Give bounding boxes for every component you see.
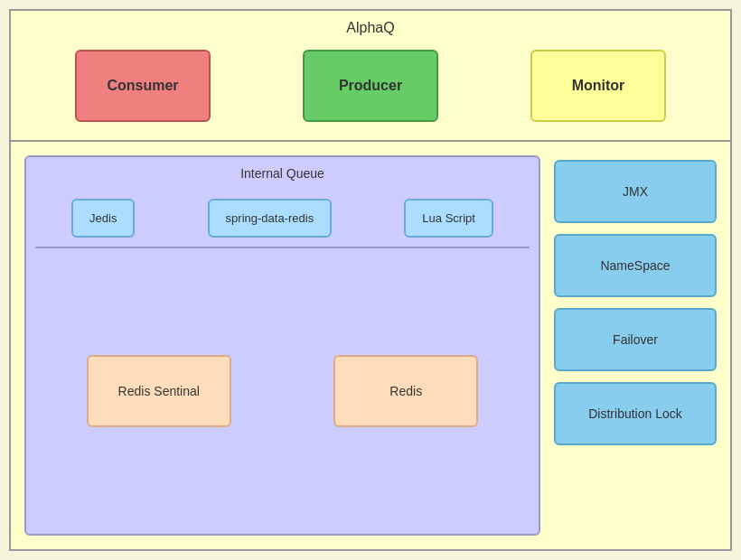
redis-label: Redis <box>389 384 422 398</box>
failover-label: Failover <box>613 332 658 347</box>
top-boxes: Consumer Producer Monitor <box>29 50 712 122</box>
distribution-lock-box[interactable]: Distribution Lock <box>554 382 717 445</box>
monitor-label: Monitor <box>572 78 625 94</box>
lua-script-label: Lua Script <box>422 211 475 225</box>
failover-box[interactable]: Failover <box>554 308 717 371</box>
consumer-box[interactable]: Consumer <box>75 50 211 122</box>
bottom-section: Internal Queue Jedis spring-data-redis L… <box>11 142 730 549</box>
app-title: AlphaQ <box>29 20 712 36</box>
top-section: AlphaQ Consumer Producer Monitor <box>11 11 730 142</box>
jedis-box[interactable]: Jedis <box>71 199 135 238</box>
lua-script-box[interactable]: Lua Script <box>404 199 493 238</box>
namespace-label: NameSpace <box>600 258 670 273</box>
producer-box[interactable]: Producer <box>303 50 438 122</box>
namespace-box[interactable]: NameSpace <box>554 234 717 297</box>
queue-bottom-row: Redis Sentinal Redis <box>35 257 530 525</box>
jedis-label: Jedis <box>89 211 117 225</box>
consumer-label: Consumer <box>107 78 178 94</box>
jmx-label: JMX <box>623 184 648 199</box>
redis-sentinal-box[interactable]: Redis Sentinal <box>87 355 231 427</box>
spring-data-redis-box[interactable]: spring-data-redis <box>208 199 333 238</box>
jmx-box[interactable]: JMX <box>554 160 717 223</box>
spring-data-redis-label: spring-data-redis <box>226 211 314 225</box>
redis-sentinal-label: Redis Sentinal <box>118 384 200 398</box>
main-container: AlphaQ Consumer Producer Monitor Interna… <box>9 9 732 551</box>
right-panel: JMX NameSpace Failover Distribution Lock <box>554 155 717 536</box>
producer-label: Producer <box>339 78 402 94</box>
internal-queue-title: Internal Queue <box>35 166 530 181</box>
redis-box[interactable]: Redis <box>333 355 478 427</box>
internal-queue-panel: Internal Queue Jedis spring-data-redis L… <box>24 155 540 536</box>
distribution-lock-label: Distribution Lock <box>588 406 682 421</box>
monitor-box[interactable]: Monitor <box>530 50 666 122</box>
queue-top-row: Jedis spring-data-redis Lua Script <box>35 190 530 248</box>
